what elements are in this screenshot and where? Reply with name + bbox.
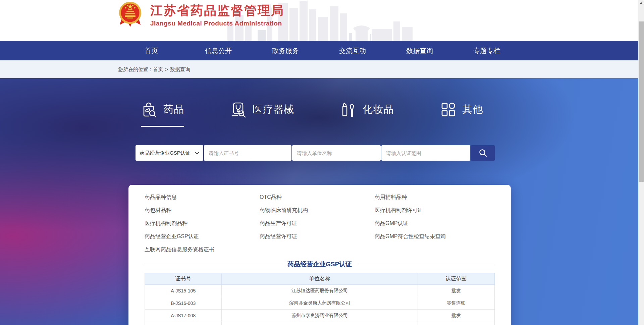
link-drug-variety-info[interactable]: 药品品种信息 — [145, 191, 260, 204]
nav-item-special-topics[interactable]: 专题专栏 — [453, 41, 520, 60]
tab-other-label: 其他 — [462, 101, 483, 118]
cell-company-name: 滨海县金灵康大药房有限公司 — [222, 297, 418, 310]
breadcrumb-prefix: 您所在的位置 : — [118, 66, 151, 72]
link-internet-drug-info-service-cert[interactable]: 互联网药品信息服务资格证书 — [145, 243, 260, 256]
table-row: A-JS15-105 江苏恒达医药股份有限公司 批发 — [145, 285, 495, 297]
tab-drugs-label: 药品 — [163, 101, 184, 118]
link-gsp-certification[interactable]: 药品经营企业GSP认证 — [145, 230, 260, 243]
query-card: 药品品种信息 OTC品种 药用辅料品种 药包材品种 药物临床前研究机构 医疗机构… — [128, 185, 511, 325]
breadcrumb: 您所在的位置 :首页>数据查询 — [118, 60, 192, 78]
link-gmp-compliance-check-results[interactable]: 药品GMP符合性检查结果查询 — [375, 230, 495, 243]
cell-certificate-no: B-JS16-003 — [145, 297, 222, 310]
table-header-row: 证书号 单位名称 认证范围 — [145, 273, 495, 285]
col-header-certificate-no: 证书号 — [145, 273, 222, 285]
national-emblem-logo — [118, 1, 142, 28]
page: 江苏省药品监督管理局 Jiangsu Medical Products Admi… — [0, 0, 644, 325]
link-medical-institution-preparation-license[interactable]: 医疗机构制剂许可证 — [375, 204, 495, 217]
cell-certification-scope: 批发 — [418, 285, 494, 297]
cell-certification-scope: 零售连锁 — [418, 297, 494, 310]
main-nav: 首页 信息公开 政务服务 交流互动 数据查询 专题专栏 — [0, 41, 638, 60]
certification-scope-input[interactable] — [381, 145, 470, 161]
category-select[interactable]: 药品经营企业GSP认证 — [136, 145, 203, 161]
tab-medical-devices-label: 医疗器械 — [253, 101, 294, 118]
tab-drugs[interactable]: 药品 — [141, 101, 184, 127]
breadcrumb-separator: > — [165, 66, 168, 72]
cell-company-name: 苏州市李良济药业有限公司 — [222, 310, 418, 322]
site-title-cn: 江苏省药品监督管理局 — [150, 3, 284, 18]
breadcrumb-current: 数据查询 — [170, 66, 190, 72]
nav-item-interaction[interactable]: 交流互动 — [319, 41, 386, 60]
company-name-input[interactable] — [292, 145, 381, 161]
link-drug-business-license[interactable]: 药品经营许可证 — [260, 230, 375, 243]
page-scrollbar[interactable] — [638, 0, 644, 325]
link-packaging-variety[interactable]: 药包材品种 — [145, 204, 260, 217]
link-gmp-certification[interactable]: 药品GMP认证 — [375, 217, 495, 230]
link-preclinical-research-org[interactable]: 药物临床前研究机构 — [260, 204, 375, 217]
cell-certificate-no: A-JS15-105 — [145, 285, 222, 297]
breadcrumb-home-link[interactable]: 首页 — [153, 66, 163, 72]
search-bar: 药品经营企业GSP认证 — [136, 145, 495, 161]
link-excipient-variety[interactable]: 药用辅料品种 — [375, 191, 495, 204]
table-row: A-JS17-008 苏州市李良济药业有限公司 批发 — [145, 310, 495, 322]
tab-other[interactable]: 其他 — [440, 101, 483, 127]
tab-medical-devices[interactable]: 医疗器械 — [230, 101, 294, 127]
tab-cosmetics-label: 化妆品 — [363, 101, 394, 118]
col-header-company-name: 单位名称 — [222, 273, 418, 285]
col-header-certification-scope: 认证范围 — [418, 273, 494, 285]
brand: 江苏省药品监督管理局 Jiangsu Medical Products Admi… — [118, 1, 284, 28]
cosmetics-icon — [340, 101, 357, 118]
grid-other-icon — [440, 101, 457, 118]
quick-links: 药品品种信息 OTC品种 药用辅料品种 药包材品种 药物临床前研究机构 医疗机构… — [145, 191, 495, 256]
scrollbar-up-arrow-icon[interactable] — [638, 0, 644, 6]
nav-item-info-disclosure[interactable]: 信息公开 — [185, 41, 252, 60]
link-otc-variety[interactable]: OTC品种 — [260, 191, 375, 204]
gsp-results-table: 证书号 单位名称 认证范围 A-JS15-105 江苏恒达医药股份有限公司 批发… — [145, 273, 495, 325]
cell-certification-scope — [418, 322, 494, 325]
drug-search-icon — [141, 101, 158, 118]
cell-company-name: 江苏恒达医药股份有限公司 — [222, 285, 418, 297]
cell-certification-scope: 批发 — [418, 310, 494, 322]
category-tabs: 药品 医疗器械 — [141, 101, 483, 127]
category-select-value: 药品经营企业GSP认证 — [140, 150, 195, 156]
table-row: B-JS16-003 滨海县金灵康大药房有限公司 零售连锁 — [145, 297, 495, 310]
table-row — [145, 322, 495, 325]
cell-certificate-no: A-JS17-008 — [145, 310, 222, 322]
nav-item-gov-services[interactable]: 政务服务 — [252, 41, 319, 60]
hero-section: 药品 医疗器械 — [0, 78, 638, 325]
nav-item-data-query[interactable]: 数据查询 — [386, 41, 453, 60]
link-drug-production-license[interactable]: 药品生产许可证 — [260, 217, 375, 230]
cell-company-name — [222, 322, 418, 325]
site-title-en: Jiangsu Medical Products Administration — [150, 19, 284, 28]
brand-text: 江苏省药品监督管理局 Jiangsu Medical Products Admi… — [150, 1, 284, 28]
cell-certificate-no — [145, 322, 222, 325]
medical-device-search-icon — [230, 101, 247, 118]
search-button[interactable] — [471, 145, 495, 161]
tab-cosmetics[interactable]: 化妆品 — [340, 101, 394, 127]
search-icon — [479, 149, 487, 157]
section-header: 药品经营企业GSP认证 — [145, 260, 495, 269]
chevron-down-icon — [195, 152, 199, 155]
link-medical-institution-preparation-variety[interactable]: 医疗机构制剂品种 — [145, 217, 260, 230]
site-header: 江苏省药品监督管理局 Jiangsu Medical Products Admi… — [0, 0, 638, 41]
section-title: 药品经营企业GSP认证 — [282, 260, 357, 269]
certificate-number-input[interactable] — [204, 145, 291, 161]
nav-item-home[interactable]: 首页 — [118, 41, 185, 60]
scrollbar-thumb[interactable] — [639, 21, 644, 182]
breadcrumb-bar: 您所在的位置 :首页>数据查询 — [0, 60, 638, 78]
